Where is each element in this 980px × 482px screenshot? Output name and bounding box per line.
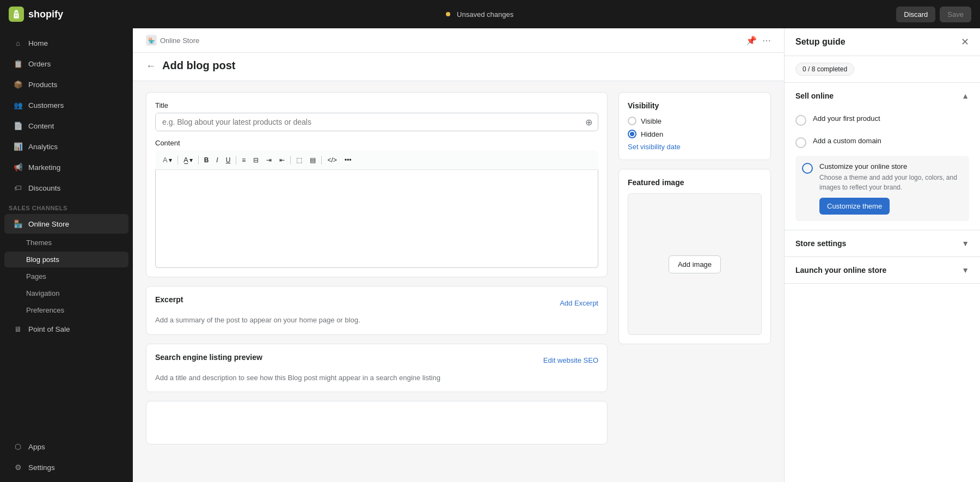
customize-store-label: Customize your online store	[819, 162, 963, 170]
sidebar-item-pos[interactable]: 🖥 Point of Sale	[4, 319, 128, 339]
toolbar-format-btn[interactable]: A̲ ▾	[180, 154, 196, 166]
toolbar-divider-4	[290, 156, 291, 164]
excerpt-body: Add a summary of the post to appear on y…	[155, 315, 598, 326]
add-image-button[interactable]: Add image	[669, 255, 721, 273]
featured-image-card: Featured image Add image	[618, 169, 771, 344]
set-visibility-date-link[interactable]: Set visibility date	[628, 143, 762, 151]
title-input[interactable]	[156, 113, 580, 131]
customize-store-desc: Choose a theme and add your logo, colors…	[819, 173, 963, 192]
setup-item-first-product-text: Add your first product	[813, 114, 880, 123]
home-icon: ⌂	[13, 38, 23, 48]
toolbar-indent-btn[interactable]: ⇥	[263, 154, 275, 166]
sell-online-title: Sell online	[795, 91, 834, 100]
hidden-radio[interactable]	[628, 130, 636, 138]
discard-button[interactable]: Discard	[896, 7, 935, 22]
page-header-right: 📌 ⋯	[746, 35, 771, 46]
sidebar-label-pos: Point of Sale	[28, 325, 70, 333]
toolbar-italic-btn[interactable]: I	[213, 154, 221, 166]
sidebar-label-discounts: Discounts	[28, 184, 60, 192]
excerpt-card: Excerpt Add Excerpt Add a summary of the…	[146, 286, 608, 335]
italic-icon: I	[216, 156, 218, 164]
align-center-icon: ▤	[310, 156, 316, 164]
store-settings-section: Store settings ▼	[785, 230, 980, 257]
sidebar-label-orders: Orders	[28, 60, 51, 68]
toolbar-list-ol-btn[interactable]: ⊟	[250, 154, 262, 166]
sidebar-item-home[interactable]: ⌂ Home	[4, 33, 128, 53]
toolbar-align-left-btn[interactable]: ⬚	[293, 154, 305, 166]
pos-icon: 🖥	[13, 324, 23, 334]
toolbar-bold-btn[interactable]: B	[201, 154, 212, 166]
unsaved-changes-indicator: Unsaved changes	[72, 10, 887, 19]
launch-chevron-icon: ▼	[961, 266, 969, 274]
toolbar-list-ul-btn[interactable]: ≡	[238, 154, 249, 166]
bold-icon: B	[204, 156, 209, 164]
visibility-card: Visibility Visible Hidden Set visibility…	[618, 92, 771, 160]
seo-body: Add a title and description to see how t…	[155, 373, 598, 383]
toolbar-more-btn[interactable]: •••	[341, 154, 355, 166]
sidebar-item-navigation[interactable]: Navigation	[4, 285, 128, 301]
sidebar-label-apps: Apps	[28, 443, 45, 451]
sell-online-chevron-icon: ▲	[961, 91, 969, 100]
progress-badge: 0 / 8 completed	[795, 63, 854, 76]
content-editor[interactable]	[155, 170, 598, 268]
sidebar-item-online-store[interactable]: 🏪 Online Store	[4, 214, 128, 234]
sidebar-item-themes[interactable]: Themes	[4, 235, 128, 251]
sidebar: ⌂ Home 📋 Orders 📦 Products 👥 Customers 📄…	[0, 28, 133, 482]
sidebar-item-blog-posts[interactable]: Blog posts	[4, 252, 128, 267]
sidebar-item-pages[interactable]: Pages	[4, 269, 128, 284]
content-icon: 📄	[13, 121, 23, 131]
pin-icon[interactable]: 📌	[746, 35, 757, 46]
featured-image-title: Featured image	[628, 178, 762, 187]
sidebar-item-settings[interactable]: ⚙ Settings	[4, 457, 128, 477]
toolbar-divider-5	[321, 156, 322, 164]
more-icon[interactable]: ⋯	[762, 35, 771, 46]
breadcrumb-store-name: Online Store	[160, 36, 199, 45]
toolbar-text-btn[interactable]: A ▾	[160, 154, 175, 166]
customize-store-content: Customize your online store Choose a the…	[819, 162, 963, 215]
customize-store-row: Customize your online store Choose a the…	[802, 162, 963, 215]
content-toolbar: A ▾ A̲ ▾ B	[155, 150, 598, 170]
sidebar-item-customers[interactable]: 👥 Customers	[4, 95, 128, 115]
hidden-label: Hidden	[641, 130, 663, 138]
sell-online-section: Sell online ▲ Add your first product Add…	[785, 83, 980, 230]
back-button[interactable]: ←	[146, 61, 156, 71]
check-circle-first-product[interactable]	[795, 115, 806, 126]
toolbar-align-center-btn[interactable]: ▤	[307, 154, 319, 166]
sidebar-label-content: Content	[28, 122, 54, 130]
setup-close-button[interactable]: ✕	[961, 37, 969, 47]
toolbar-underline-btn[interactable]: U	[223, 154, 234, 166]
right-column: Visibility Visible Hidden Set visibility…	[618, 92, 771, 471]
store-settings-header[interactable]: Store settings ▼	[785, 230, 980, 257]
text-icon: A	[163, 156, 168, 164]
sidebar-item-marketing[interactable]: 📢 Marketing	[4, 157, 128, 177]
sidebar-item-preferences[interactable]: Preferences	[4, 302, 128, 318]
sidebar-item-orders[interactable]: 📋 Orders	[4, 54, 128, 74]
toolbar-divider-3	[236, 156, 236, 164]
visible-radio-row: Visible	[628, 117, 762, 125]
store-icon: 🏪	[146, 35, 157, 46]
sidebar-item-products[interactable]: 📦 Products	[4, 75, 128, 94]
orders-icon: 📋	[13, 59, 23, 69]
save-button[interactable]: Save	[940, 7, 971, 22]
title-clear-icon[interactable]: ⊕	[580, 117, 598, 127]
excerpt-header: Excerpt Add Excerpt	[155, 295, 598, 310]
sell-online-header[interactable]: Sell online ▲	[785, 83, 980, 109]
sidebar-item-analytics[interactable]: 📊 Analytics	[4, 137, 128, 156]
sidebar-item-content[interactable]: 📄 Content	[4, 116, 128, 136]
check-circle-customize-store[interactable]	[802, 163, 813, 174]
customers-icon: 👥	[13, 100, 23, 110]
check-circle-custom-domain[interactable]	[795, 137, 806, 148]
toolbar-outdent-btn[interactable]: ⇤	[276, 154, 288, 166]
sidebar-item-discounts[interactable]: 🏷 Discounts	[4, 178, 128, 198]
toolbar-code-btn[interactable]: </>	[324, 154, 340, 166]
page-header: 🏪 Online Store 📌 ⋯	[133, 28, 784, 53]
add-excerpt-link[interactable]: Add Excerpt	[560, 299, 598, 307]
sidebar-item-apps[interactable]: ⬡ Apps	[4, 437, 128, 456]
visible-radio[interactable]	[628, 117, 636, 125]
apps-icon: ⬡	[13, 442, 23, 452]
toolbar-divider-1	[177, 156, 178, 164]
customize-theme-button[interactable]: Customize theme	[819, 198, 890, 215]
edit-seo-link[interactable]: Edit website SEO	[543, 356, 598, 364]
launch-header[interactable]: Launch your online store ▼	[785, 257, 980, 283]
content-field-label: Content	[155, 139, 598, 147]
